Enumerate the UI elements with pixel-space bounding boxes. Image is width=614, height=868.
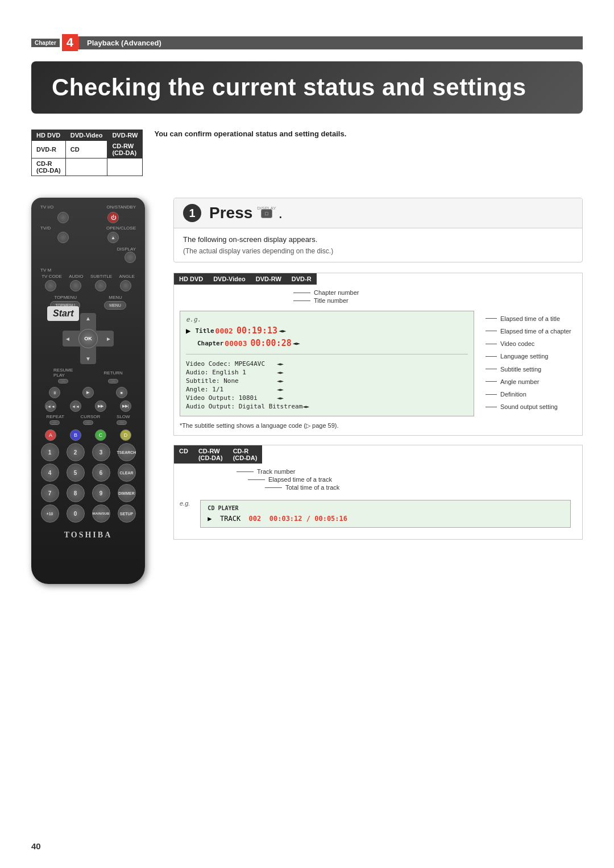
eg-label-dvd: e.g.: [186, 316, 468, 323]
btn-mainsub[interactable]: MAIN/SUB: [92, 504, 110, 523]
btn-display[interactable]: [125, 252, 136, 263]
display-key-button[interactable]: □: [261, 209, 272, 218]
badge-dvdvideo: DVD-Video: [208, 273, 251, 285]
remote-resume-label: RESUMEPLAY: [53, 368, 73, 378]
btn-4[interactable]: 4: [41, 464, 59, 482]
badge-cdr: CD-R(CD-DA): [228, 445, 263, 464]
remote-tvm-label: TV M: [40, 268, 51, 273]
annot-sound-output: Sound output setting: [486, 403, 576, 410]
badge-cdrw: CD-RW(CD-DA): [193, 445, 228, 464]
annot-elapsed-title: Elapsed time of a title: [486, 315, 576, 322]
annot-video-codec: Video codec: [486, 340, 576, 347]
remote-topmenu-label: TOPMENU: [54, 295, 77, 300]
btn-tvd[interactable]: [57, 232, 69, 243]
btn-subtitle[interactable]: [95, 280, 106, 291]
disc-dvdvideo: DVD-Video: [65, 130, 107, 141]
btn-return[interactable]: [108, 379, 118, 383]
btn-ok[interactable]: OK: [78, 329, 98, 348]
btn-repeat[interactable]: [49, 420, 60, 425]
btn-next[interactable]: ▶▶|: [120, 400, 131, 412]
btn-openclose[interactable]: ▲: [107, 232, 119, 243]
btn-5[interactable]: 5: [67, 464, 85, 482]
btn-resume[interactable]: [58, 379, 68, 383]
remote-slow-label: SLOW: [117, 414, 130, 419]
eg-label-cd: e.g.: [180, 500, 190, 507]
annot-subtitle-setting: Subtitle setting: [486, 366, 576, 373]
btn-fwd[interactable]: ▶▶: [95, 400, 106, 412]
btn-angle[interactable]: [120, 280, 131, 291]
btn-slow[interactable]: [117, 420, 127, 425]
disc-empty2: [107, 158, 143, 176]
btn-pause[interactable]: ⏸: [49, 387, 60, 398]
annot-language-setting: Language setting: [486, 353, 576, 360]
disc-compatibility-table: HD DVD DVD-Video DVD-RW DVD-R CD CD-RW(C…: [31, 130, 143, 176]
remote-tvcode-label: TV CODE: [42, 274, 62, 279]
btn-play[interactable]: ▶: [82, 387, 94, 398]
badge-dvdrw: DVD-RW: [251, 273, 287, 285]
title-banner: Checking the current status and settings: [31, 61, 583, 114]
btn-a[interactable]: A: [45, 429, 56, 441]
info-row-3: Angle: 1/1 ◄►: [186, 386, 468, 393]
chapter-title: Playback (Advanced): [78, 36, 583, 49]
btn-stop[interactable]: ■: [116, 387, 127, 398]
right-annotations: Elapsed time of a title Elapsed time of …: [474, 311, 576, 416]
info-rows: Video Codec: MPEG4AVC ◄► Audio: English …: [186, 360, 468, 410]
remote-cursor-label: CURSOR: [81, 414, 101, 419]
info-row-5: Audio Output: Digital Bitstream ◄►: [186, 403, 468, 410]
disc-cdrwcda: CD-RW(CD-DA): [107, 141, 143, 158]
remote-return-label: RETURN: [104, 370, 123, 375]
btn-6[interactable]: 6: [92, 464, 110, 482]
annot-title-number: Title number: [293, 297, 576, 304]
annot-elapsed-chapter: Elapsed time of a chapter: [486, 328, 576, 335]
remote-control: TV I/O ON/STANDBY ⏻ TV/D OPEN/CLOSE ▲: [31, 198, 156, 584]
step-description: The following on-screen display appears.: [183, 235, 573, 244]
btn-cursor[interactable]: [83, 420, 93, 425]
btn-0[interactable]: 0: [67, 504, 85, 523]
btn-b[interactable]: B: [70, 429, 81, 441]
btn-3[interactable]: 3: [92, 443, 110, 461]
disc-cdrcda: CD-R(CD-DA): [32, 158, 66, 176]
dpad-left-arrow[interactable]: ◄: [65, 336, 70, 342]
btn-prev[interactable]: |◄◄: [45, 400, 56, 412]
step-number: 1: [183, 204, 201, 222]
btn-c[interactable]: C: [95, 429, 106, 441]
btn-tv-io[interactable]: [57, 212, 69, 223]
btn-dimmer[interactable]: DIMMER: [118, 484, 136, 502]
dpad-right-arrow[interactable]: ►: [106, 336, 111, 342]
cd-player-label: CD PLAYER: [208, 505, 563, 511]
btn-rew[interactable]: ◄◄: [70, 400, 81, 412]
info-row-1: Audio: English 1 ◄►: [186, 369, 468, 376]
btn-d[interactable]: D: [120, 429, 131, 441]
step-1-section: 1 Press DISPLAY □ . The following on-scr…: [173, 198, 583, 262]
dpad-down-arrow[interactable]: ▼: [85, 356, 91, 362]
btn-2[interactable]: 2: [67, 443, 85, 461]
btn-audio[interactable]: [70, 280, 81, 291]
subtitle-note: *The subtitle setting shows a language c…: [180, 422, 576, 429]
btn-setup[interactable]: SETUP: [118, 504, 136, 523]
remote-tv-io-label: TV I/O: [40, 205, 53, 210]
btn-7[interactable]: 7: [41, 484, 59, 502]
btn-menu[interactable]: MENU: [104, 301, 126, 310]
title-time: 00:19:13: [237, 326, 277, 336]
dvd-display-panel: HD DVD DVD-Video DVD-RW DVD-R Chapter nu…: [173, 273, 583, 436]
btn-standby[interactable]: ⏻: [107, 212, 119, 223]
remote-display-label: DISPLAY: [117, 247, 136, 252]
dpad-up-arrow[interactable]: ▲: [85, 315, 91, 322]
dpad[interactable]: ◄ ► ▲ ▼ OK: [63, 313, 114, 364]
btn-tvcode[interactable]: [45, 280, 56, 291]
btn-8[interactable]: 8: [67, 484, 85, 502]
btn-tsearch[interactable]: TSEARCH: [118, 443, 136, 461]
remote-repeat-label: REPEAT: [46, 414, 64, 419]
remote-openclose-label: OPEN/CLOSE: [106, 226, 136, 231]
btn-plus10[interactable]: +10: [41, 504, 59, 523]
info-row-2: Subtitle: None ◄►: [186, 377, 468, 385]
chapter-value: 00003: [225, 339, 247, 348]
remote-audio-label: AUDIO: [69, 274, 83, 279]
cd-track-row: ▶ TRACK 002 00:03:12 / 00:05:16: [208, 515, 563, 523]
btn-9[interactable]: 9: [92, 484, 110, 502]
disc-cd: CD: [65, 141, 107, 158]
btn-1[interactable]: 1: [41, 443, 59, 461]
remote-angle-label: ANGLE: [119, 274, 135, 279]
btn-clear[interactable]: CLEAR: [118, 464, 136, 482]
page-number: 40: [31, 841, 41, 851]
